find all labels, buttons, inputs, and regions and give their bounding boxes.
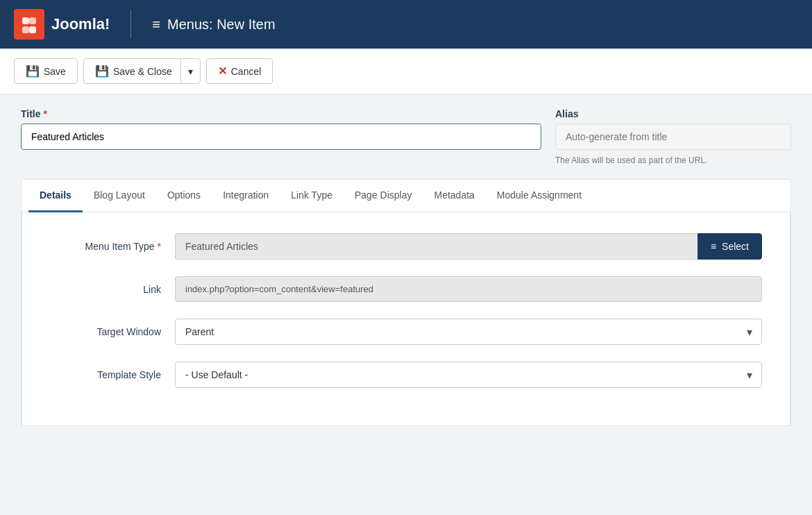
header-title-text: Menus: New Item (167, 17, 276, 33)
link-value: index.php?option=com_content&view=featur… (175, 276, 762, 302)
cancel-icon: ✕ (218, 65, 227, 78)
tab-content-details: Menu Item Type * Featured Articles ≡ Sel… (22, 212, 790, 426)
template-style-row: Template Style - Use Default - Protostar… (50, 362, 762, 388)
tab-metadata[interactable]: Metadata (423, 180, 485, 212)
link-row: Link index.php?option=com_content&view=f… (50, 276, 762, 302)
title-group: Title * (21, 108, 541, 165)
link-control: index.php?option=com_content&view=featur… (175, 276, 762, 302)
template-style-wrapper: - Use Default - Protostar - Default Beez… (175, 362, 762, 388)
save-button[interactable]: 💾 Save (14, 58, 78, 84)
menu-item-type-required: * (158, 241, 161, 252)
main-content: Title * Alias The Alias will be used as … (0, 94, 812, 515)
tab-details[interactable]: Details (28, 180, 83, 212)
tab-integration[interactable]: Integration (212, 180, 280, 212)
save-close-dropdown-button[interactable]: ▾ (180, 58, 201, 84)
menu-item-type-value: Featured Articles (175, 233, 697, 260)
tab-module-assignment[interactable]: Module Assignment (486, 180, 593, 212)
tab-page-display[interactable]: Page Display (344, 180, 423, 212)
template-style-select[interactable]: - Use Default - Protostar - Default Beez… (175, 362, 762, 388)
list-icon: ≡ (711, 241, 716, 252)
cancel-label: Cancel (231, 66, 262, 77)
template-style-label: Template Style (50, 369, 161, 380)
target-window-wrapper: Parent New Window Popup (175, 319, 762, 345)
save-close-wrapper: 💾 Save & Close ▾ (83, 58, 201, 84)
menu-item-type-control: Featured Articles ≡ Select (175, 233, 762, 260)
tab-options[interactable]: Options (156, 180, 212, 212)
menu-item-type-label: Menu Item Type * (50, 241, 161, 252)
select-menu-type-button[interactable]: ≡ Select (697, 233, 762, 260)
tab-link-type[interactable]: Link Type (280, 180, 344, 212)
save-close-icon: 💾 (95, 65, 109, 78)
target-window-label: Target Window (50, 326, 161, 337)
title-alias-row: Title * Alias The Alias will be used as … (21, 108, 791, 165)
target-window-row: Target Window Parent New Window Popup (50, 319, 762, 345)
title-label: Title * (21, 108, 541, 119)
toolbar: 💾 Save 💾 Save & Close ▾ ✕ Cancel (0, 49, 812, 94)
select-label: Select (722, 241, 749, 252)
header-title: ≡ Menus: New Item (152, 17, 275, 33)
logo-text: Joomla! (51, 15, 110, 33)
chevron-down-icon: ▾ (188, 66, 193, 77)
logo-area: Joomla! (14, 9, 110, 40)
title-input[interactable] (21, 124, 541, 150)
cancel-button[interactable]: ✕ Cancel (206, 58, 273, 84)
save-icon: 💾 (26, 65, 40, 78)
tabs-container: Details Blog Layout Options Integration … (21, 179, 791, 426)
save-close-label: Save & Close (113, 66, 172, 77)
tab-blog-layout[interactable]: Blog Layout (83, 180, 156, 212)
save-label: Save (44, 66, 66, 77)
tabs-nav: Details Blog Layout Options Integration … (22, 180, 790, 212)
header-title-icon: ≡ (152, 17, 160, 33)
save-close-button[interactable]: 💾 Save & Close (83, 58, 184, 84)
header-divider (130, 10, 131, 38)
joomla-logo-icon (14, 9, 44, 40)
alias-label: Alias (555, 108, 791, 119)
target-window-control: Parent New Window Popup (175, 319, 762, 345)
top-header: Joomla! ≡ Menus: New Item (0, 0, 812, 49)
alias-input[interactable] (555, 124, 791, 150)
template-style-control: - Use Default - Protostar - Default Beez… (175, 362, 762, 388)
title-required: * (43, 108, 46, 119)
menu-item-type-row: Menu Item Type * Featured Articles ≡ Sel… (50, 233, 762, 260)
alias-hint: The Alias will be used as part of the UR… (555, 155, 791, 165)
target-window-select[interactable]: Parent New Window Popup (175, 319, 762, 345)
alias-group: Alias The Alias will be used as part of … (555, 108, 791, 165)
link-label: Link (50, 284, 161, 295)
